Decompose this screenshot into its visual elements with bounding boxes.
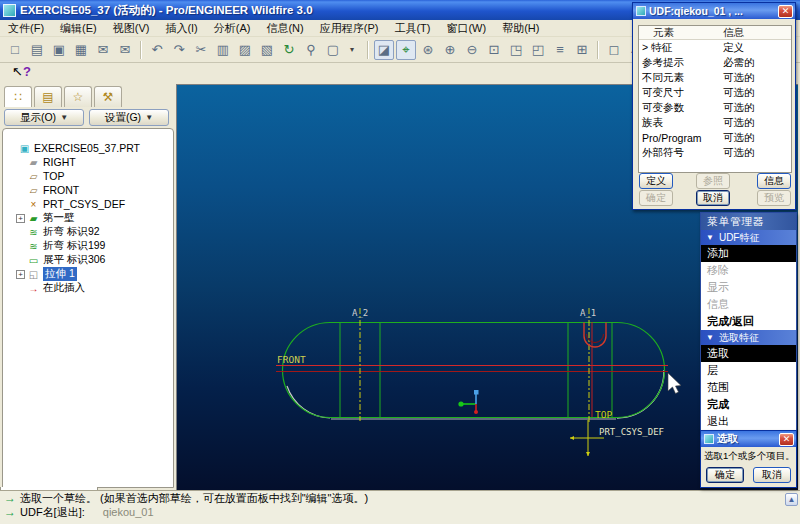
udf-element-row[interactable]: 不同元素可选的 bbox=[639, 70, 791, 85]
insert-icon: → bbox=[27, 283, 40, 294]
menu-manager-panel: 菜单管理器 ▼UDF特征添加移除显示信息完成/返回▼选取特征选取层范围完成退出 bbox=[700, 212, 797, 431]
menu-manager-item[interactable]: 范围 bbox=[701, 379, 796, 396]
udf-element-name: 参考提示 bbox=[639, 56, 723, 70]
reorient-icon[interactable]: ◳ bbox=[506, 40, 526, 60]
menu-manager-item[interactable]: 退出 bbox=[701, 413, 796, 430]
select-dialog-titlebar[interactable]: 选取 ✕ bbox=[701, 431, 796, 447]
tree-row[interactable]: ≋折弯 标识199 bbox=[3, 239, 173, 253]
favorites-tab[interactable]: ☆ bbox=[64, 86, 92, 107]
view-manager-icon[interactable]: ⊞ bbox=[572, 40, 592, 60]
open-file-icon[interactable]: ▤ bbox=[27, 40, 47, 60]
select-ok-button[interactable]: 确定 bbox=[706, 467, 744, 483]
tree-expander-icon[interactable]: + bbox=[16, 214, 25, 223]
tree-row[interactable]: ▰RIGHT bbox=[3, 155, 173, 169]
udf-element-row[interactable]: > 特征定义 bbox=[639, 40, 791, 55]
menu-section-header[interactable]: ▼选取特征 bbox=[701, 330, 796, 345]
udf-element-status: 可选的 bbox=[723, 101, 755, 115]
udf-col-info: 信息 bbox=[723, 26, 744, 39]
new-file-icon[interactable]: □ bbox=[5, 40, 25, 60]
save-icon[interactable]: ▣ bbox=[49, 40, 69, 60]
refit-icon[interactable]: ⊡ bbox=[484, 40, 504, 60]
spin-center-icon[interactable]: ⌖ bbox=[396, 40, 416, 60]
paste-icon[interactable]: ▨ bbox=[235, 40, 255, 60]
menu-item-4[interactable]: 分析(A) bbox=[206, 20, 259, 37]
layers-icon[interactable]: ≡ bbox=[550, 40, 570, 60]
undo-icon[interactable]: ↶ bbox=[147, 40, 167, 60]
print-icon[interactable]: ▦ bbox=[71, 40, 91, 60]
regenerate-icon[interactable]: ↻ bbox=[279, 40, 299, 60]
tree-row[interactable]: ≋折弯 标识92 bbox=[3, 225, 173, 239]
tree-row[interactable]: ▣EXERCISE05_37.PRT bbox=[3, 141, 173, 155]
tree-row[interactable]: +▰第一壁 bbox=[3, 211, 173, 225]
udf-element-row[interactable]: 可变尺寸可选的 bbox=[639, 85, 791, 100]
menu-item-9[interactable]: 帮助(H) bbox=[494, 20, 547, 37]
menu-item-3[interactable]: 插入(I) bbox=[157, 20, 205, 37]
udf-element-row[interactable]: 可变参数可选的 bbox=[639, 100, 791, 115]
menu-manager-item[interactable]: 添加 bbox=[701, 245, 796, 262]
udf-element-row[interactable]: Pro/Program可选的 bbox=[639, 130, 791, 145]
udf-element-row[interactable]: 族表可选的 bbox=[639, 115, 791, 130]
tree-row[interactable]: ×PRT_CSYS_DEF bbox=[3, 197, 173, 211]
udf-element-row[interactable]: 参考提示必需的 bbox=[639, 55, 791, 70]
message-scroll-up-button[interactable]: ▲ bbox=[785, 493, 798, 506]
cut-icon[interactable]: ✂ bbox=[191, 40, 211, 60]
menu-item-8[interactable]: 窗口(W) bbox=[438, 20, 494, 37]
tree-row[interactable]: ▭展平 标识306 bbox=[3, 253, 173, 267]
model-tree-tab[interactable]: ∷ bbox=[4, 86, 32, 107]
tree-row[interactable]: ▱TOP bbox=[3, 169, 173, 183]
tree-row[interactable]: +◱拉伸 1 bbox=[3, 267, 173, 281]
menu-item-7[interactable]: 工具(T) bbox=[386, 20, 438, 37]
default-view-icon[interactable]: ◻ bbox=[604, 40, 624, 60]
menu-manager-item[interactable]: 完成 bbox=[701, 396, 796, 413]
zoom-out-icon[interactable]: ⊖ bbox=[462, 40, 482, 60]
folder-browser-tab[interactable]: ▤ bbox=[34, 86, 62, 107]
context-help-icon[interactable]: ↖? bbox=[12, 64, 36, 82]
menu-item-1[interactable]: 编辑(E) bbox=[52, 20, 105, 37]
menu-item-0[interactable]: 文件(F) bbox=[0, 20, 52, 37]
close-icon[interactable]: ✕ bbox=[778, 5, 793, 18]
udf-element-row[interactable]: 外部符号可选的 bbox=[639, 145, 791, 160]
define-button[interactable]: 定义 bbox=[639, 173, 673, 189]
select-box-icon[interactable]: ▢ bbox=[323, 40, 343, 60]
menu-manager-item[interactable]: 层 bbox=[701, 362, 796, 379]
paste-special-icon[interactable]: ▧ bbox=[257, 40, 277, 60]
copy-icon[interactable]: ▥ bbox=[213, 40, 233, 60]
udf-element-name: Pro/Program bbox=[639, 132, 723, 144]
toolbar-separator bbox=[367, 41, 369, 59]
part-icon: ▣ bbox=[18, 143, 31, 154]
select-caret-icon[interactable]: ▾ bbox=[342, 40, 362, 60]
mail-view-icon[interactable]: ✉ bbox=[115, 40, 135, 60]
find-icon[interactable]: ⚲ bbox=[301, 40, 321, 60]
udf-dialog-title: UDF:qiekou_01 , ... bbox=[649, 5, 778, 17]
orient-mode-icon[interactable]: ⊛ bbox=[418, 40, 438, 60]
menu-item-2[interactable]: 视图(V) bbox=[105, 20, 158, 37]
select-cancel-button[interactable]: 取消 bbox=[753, 467, 791, 483]
udf-element-list[interactable]: 元素信息> 特征定义参考提示必需的不同元素可选的可变尺寸可选的可变参数可选的族表… bbox=[638, 25, 792, 173]
plane-icon: ▱ bbox=[27, 185, 40, 196]
show-dropdown-button[interactable]: 显示(O) ▼ bbox=[4, 109, 84, 126]
tree-row[interactable]: →在此插入 bbox=[3, 281, 173, 295]
settings-dropdown-button[interactable]: 设置(G) ▼ bbox=[89, 109, 169, 126]
udf-dialog-titlebar[interactable]: UDF:qiekou_01 , ... ✕ bbox=[633, 3, 795, 19]
menu-section-header[interactable]: ▼UDF特征 bbox=[701, 230, 796, 245]
preview-button: 预览 bbox=[757, 190, 791, 206]
close-icon[interactable]: ✕ bbox=[779, 433, 794, 446]
datum-display-icon[interactable]: ◪ bbox=[374, 40, 394, 60]
menu-item-6[interactable]: 应用程序(P) bbox=[312, 20, 387, 37]
navigator-panel: ∷▤☆⚒ 显示(O) ▼ 设置(G) ▼ ▣EXERCISE05_37.PRT▰… bbox=[0, 84, 176, 490]
menu-manager-item[interactable]: 选取 bbox=[701, 345, 796, 362]
udf-element-name: 可变尺寸 bbox=[639, 86, 723, 100]
menu-manager-title[interactable]: 菜单管理器 bbox=[701, 213, 796, 230]
tree-row[interactable]: ▱FRONT bbox=[3, 183, 173, 197]
redo-icon[interactable]: ↷ bbox=[169, 40, 189, 60]
saved-views-icon[interactable]: ◰ bbox=[528, 40, 548, 60]
menu-manager-item[interactable]: 完成/返回 bbox=[701, 313, 796, 330]
zoom-in-icon[interactable]: ⊕ bbox=[440, 40, 460, 60]
connections-tab[interactable]: ⚒ bbox=[94, 86, 122, 107]
menu-item-5[interactable]: 信息(N) bbox=[258, 20, 311, 37]
cancel-button[interactable]: 取消 bbox=[696, 190, 730, 206]
tree-item-label: PRT_CSYS_DEF bbox=[43, 198, 125, 210]
mail-send-icon[interactable]: ✉ bbox=[93, 40, 113, 60]
info-button[interactable]: 信息 bbox=[757, 173, 791, 189]
tree-expander-icon[interactable]: + bbox=[16, 270, 25, 279]
